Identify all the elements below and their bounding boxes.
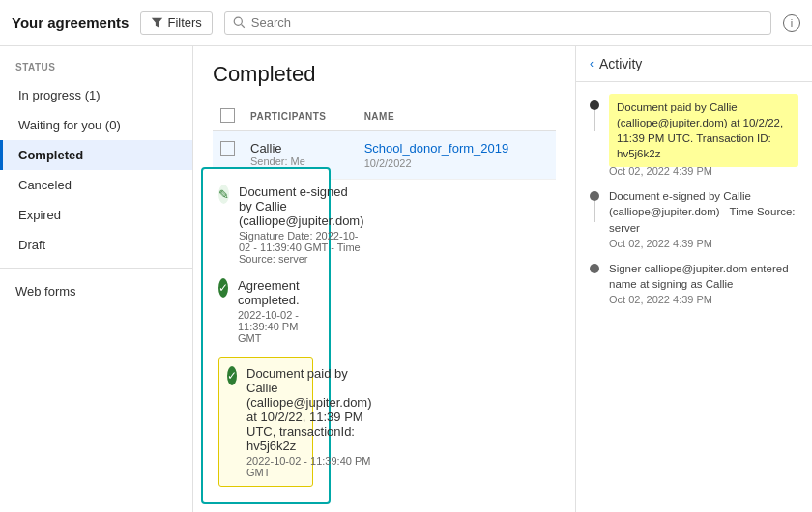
top-bar: Your agreements Filters i: [0, 0, 812, 46]
activity-dot: [590, 264, 599, 273]
doc-date: 10/2/2022: [364, 157, 548, 169]
popup-item: ✓ Document paid by Callie (calliope@jupi…: [218, 357, 313, 487]
search-input[interactable]: [251, 15, 763, 30]
sidebar-item-waiting[interactable]: Waiting for you (0): [0, 110, 192, 140]
activity-text: Document e-signed by Callie (calliope@ju…: [609, 188, 798, 235]
main-layout: STATUS In progress (1) Waiting for you (…: [0, 46, 812, 512]
svg-line-2: [241, 25, 244, 28]
activity-item[interactable]: Document paid by Callie (calliope@jupite…: [576, 92, 812, 183]
search-icon: [233, 16, 246, 29]
participant-name: Callie: [250, 141, 349, 156]
sidebar-item-draft[interactable]: Draft: [0, 230, 192, 260]
sign-icon: ✎: [218, 185, 229, 204]
participant-role: Sender: Me: [250, 156, 349, 167]
col-participants: PARTICIPANTS: [243, 102, 357, 131]
activity-item[interactable]: Signer calliope@jupiter.dom entered name…: [576, 255, 812, 311]
activity-back-button[interactable]: ‹: [590, 57, 594, 71]
popup-main-text: Document paid by Callie (calliope@jupite…: [246, 366, 372, 453]
activity-item[interactable]: Document e-signed by Callie (calliope@ju…: [576, 183, 812, 254]
activity-panel: ‹ Activity Document paid by Callie (call…: [575, 46, 812, 512]
sidebar: STATUS In progress (1) Waiting for you (…: [0, 46, 193, 512]
popup-sub-text: Signature Date: 2022-10-02 - 11:39:40 GM…: [239, 230, 364, 265]
svg-point-1: [234, 17, 242, 25]
activity-list: Document paid by Callie (calliope@jupite…: [576, 82, 812, 512]
sidebar-item-webforms[interactable]: Web forms: [0, 276, 192, 306]
filters-button[interactable]: Filters: [140, 11, 212, 35]
activity-date: Oct 02, 2022 4:39 PM: [609, 238, 798, 249]
activity-date: Oct 02, 2022 4:39 PM: [609, 294, 798, 305]
activity-date: Oct 02, 2022 4:39 PM: [609, 165, 798, 177]
sidebar-item-completed[interactable]: Completed: [0, 140, 192, 170]
popup-item: ✓ Agreement completed. 2022-10-02 - 11:3…: [218, 278, 313, 344]
popup-sub-text: 2022-10-02 - 11:39:40 PM GMT: [238, 309, 313, 344]
activity-text: Signer calliope@jupiter.dom entered name…: [609, 261, 798, 292]
popup-main-text: Document e-signed by Callie (calliope@ju…: [239, 185, 364, 228]
content-area: Completed PARTICIPANTS NAME Callie Sende: [193, 46, 575, 512]
header-checkbox[interactable]: [220, 108, 235, 123]
activity-text: Document paid by Callie (calliope@jupite…: [609, 94, 798, 167]
page-title: Your agreements: [12, 14, 129, 31]
svg-marker-0: [152, 18, 162, 28]
sidebar-item-canceled[interactable]: Canceled: [0, 170, 192, 200]
activity-dot: [590, 100, 599, 110]
search-box: [224, 11, 771, 35]
popup-item: ✎ Document e-signed by Callie (calliope@…: [218, 185, 313, 265]
col-checkbox: [213, 102, 243, 131]
filter-icon: [151, 16, 163, 29]
sidebar-item-expired[interactable]: Expired: [0, 200, 192, 230]
info-icon[interactable]: i: [783, 14, 800, 32]
popup-main-text: Agreement completed.: [238, 278, 313, 307]
pay-icon: ✓: [227, 366, 237, 385]
col-name: NAME: [357, 102, 556, 131]
status-label: STATUS: [0, 58, 192, 80]
check-icon: ✓: [218, 278, 228, 298]
activity-dot: [590, 191, 599, 201]
sidebar-item-in-progress[interactable]: In progress (1): [0, 80, 192, 110]
sidebar-divider: [0, 268, 192, 269]
popup-overlay: ✎ Document e-signed by Callie (calliope@…: [201, 167, 331, 504]
popup-sub-text: 2022-10-02 - 11:39:40 PM GMT: [246, 455, 372, 478]
row-checkbox[interactable]: [220, 141, 235, 156]
activity-header: ‹ Activity: [576, 46, 812, 82]
activity-title: Activity: [599, 56, 642, 71]
content-title: Completed: [213, 62, 556, 87]
doc-name[interactable]: School_donor_form_2019: [364, 141, 548, 156]
